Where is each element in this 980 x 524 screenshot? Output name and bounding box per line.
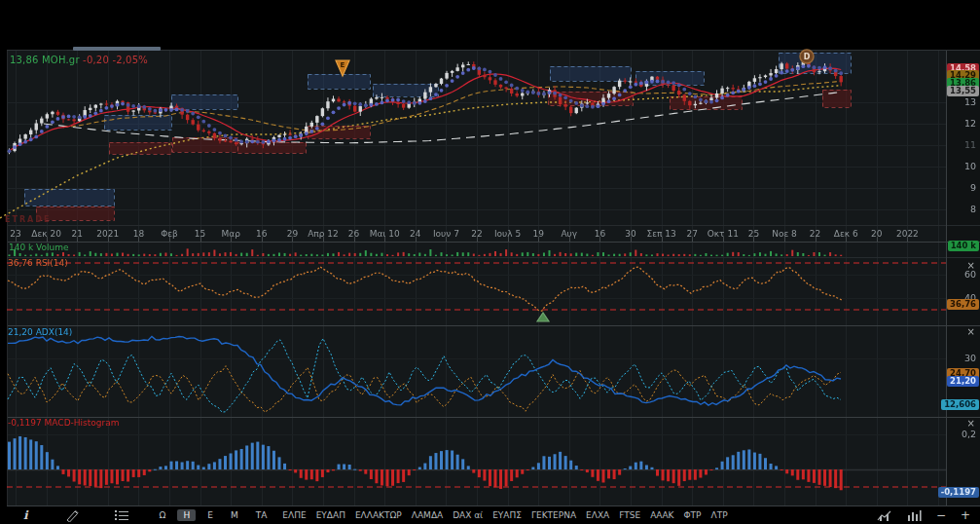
info-icon[interactable]: i [23,508,28,522]
watchlist-tab-FTSE[interactable]: FTSE [619,510,640,520]
rsi-indicator-label: 36,76 RSI(14) [8,258,68,268]
watchlist-tabs: ΕΛΠΕΕΥΔΑΠΕΛΛΑΚΤΩΡΛΑΜΔΑDAX αίΕΥΑΠΣΓΕΚΤΕΡΝ… [282,510,727,520]
timeframe-tab-Ε[interactable]: Ε [201,509,219,521]
symbol-name: MOH.gr [42,55,80,65]
watchlist-tab-ΦΤΡ[interactable]: ΦΤΡ [684,510,702,520]
macd-indicator-label: -0,1197 MACD-Histogram [8,418,120,428]
broker-watermark: ETRADE [5,215,51,224]
macd-bubble: -0,1197 [938,487,979,498]
price-tick-8: 8 [970,204,976,214]
price-change: -0,20 [83,55,109,65]
watchlist-tab-ΕΛΧΑ[interactable]: ΕΛΧΑ [586,510,609,520]
last-price: 13,86 [10,55,39,65]
price-tick-11: 11 [964,139,976,150]
chart-canvas[interactable] [0,0,980,524]
price-tick-12: 12 [964,118,976,129]
watchlist-tab-ΕΥΔΑΠ[interactable]: ΕΥΔΑΠ [316,510,345,520]
watchlist-tab-ΕΛΠΕ[interactable]: ΕΛΠΕ [282,510,306,520]
volume-bubble: 140 k [948,241,979,251]
symbol-quote-label: 13,86 MOH.gr -0,20 -2,05% [10,55,148,65]
adx-bubble-adx: 21,20 [947,376,979,387]
price-tick-13: 13 [964,96,976,107]
bottom-toolbar: i ΩΗΕΜΤΑ ΕΛΠΕΕΥΔΑΠΕΛΛΑΚΤΩΡΛΑΜΔΑDAX αίΕΥΑ… [0,506,980,524]
trading-app-window: 13,86 MOH.gr -0,20 -2,05% ETRADE 140 k V… [0,0,980,524]
price-bubble-low: 13,55 [947,86,979,96]
watchlist-tab-ΕΛΛΑΚΤΩΡ[interactable]: ΕΛΛΑΚΤΩΡ [355,510,402,520]
timeframe-tab-Ω[interactable]: Ω [154,509,172,521]
volume-indicator-label: 140 k Volume [9,243,69,252]
chart-type-icon[interactable] [877,509,892,522]
macd-tick: 0,2 [962,429,976,439]
zoom-in-button[interactable]: + [961,508,970,522]
volume-toggle-icon[interactable] [907,509,922,521]
watchlist-tab-ΛΤΡ[interactable]: ΛΤΡ [711,510,728,520]
watchlist-tab-DAX αί[interactable]: DAX αί [453,510,483,520]
price-tick-9: 9 [970,182,976,193]
rsi-tick-60: 60 [964,269,976,280]
draw-tool-icon[interactable] [65,508,80,522]
watchlist-tab-ΕΥΑΠΣ[interactable]: ΕΥΑΠΣ [492,510,522,520]
adx-tick-30: 30 [964,353,976,363]
price-axis[interactable]: 131211109814,5814,2913,8613,55140 k×6040… [945,0,980,524]
timeframe-tab-Μ[interactable]: Μ [225,509,244,521]
timeframe-tabs: ΩΗΕΜΤΑ [154,509,273,521]
adx-close-button[interactable]: × [967,327,975,337]
zoom-out-button[interactable]: − [936,508,946,522]
adx-indicator-label: 21,20 ADX(14) [8,327,72,337]
watchlist-tab-ΑΑΑΚ[interactable]: ΑΑΑΚ [650,510,673,520]
price-change-pct: -2,05% [112,55,148,65]
price-tick-10: 10 [964,161,976,171]
rsi-bubble: 36,76 [947,299,979,310]
timeframe-tab-Η[interactable]: Η [177,509,196,521]
toolbar-right-controls: − + [877,506,970,524]
watchlist-icon[interactable] [115,510,128,520]
timeframe-tab-ΤΑ[interactable]: ΤΑ [250,509,273,521]
adx-bubble-diplus: 12,606 [941,399,979,410]
watchlist-tab-ΛΑΜΔΑ[interactable]: ΛΑΜΔΑ [412,510,443,520]
chart-hscroll-thumb[interactable] [73,47,161,51]
watchlist-tab-ΓΕΚΤΕΡΝΑ[interactable]: ΓΕΚΤΕΡΝΑ [531,510,576,520]
macd-close-button[interactable]: × [967,419,975,429]
